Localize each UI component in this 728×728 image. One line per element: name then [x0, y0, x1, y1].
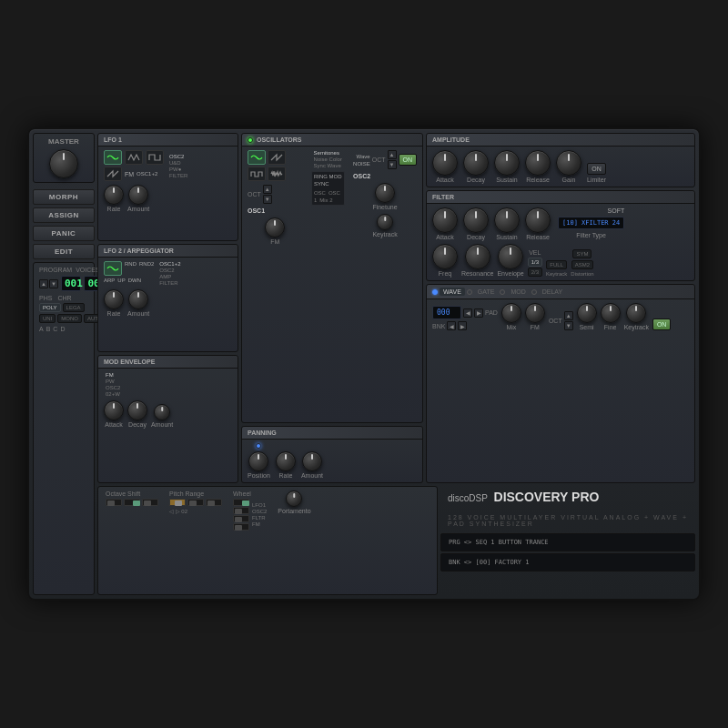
- mod-tab[interactable]: MOD: [507, 288, 529, 296]
- osc2-oct-up[interactable]: ▲: [388, 150, 397, 159]
- lfo1-rate-knob[interactable]: [104, 185, 124, 205]
- bnk-prev[interactable]: ◀: [447, 321, 456, 330]
- mod-env-amount-knob[interactable]: [154, 404, 170, 420]
- panic-button[interactable]: PANIC: [33, 226, 95, 241]
- oct-shift-sw1[interactable]: [106, 499, 122, 506]
- filter-sustain-knob[interactable]: [494, 207, 520, 233]
- lfo2-rate-knob[interactable]: [104, 289, 124, 309]
- osc2-keytrack-knob[interactable]: [377, 214, 393, 230]
- mod-env-02w[interactable]: 02+W: [104, 391, 122, 397]
- program-up-btn[interactable]: ▼: [49, 279, 58, 288]
- morph-button[interactable]: MORPH: [33, 189, 95, 205]
- vel-23-btn[interactable]: 2/3: [528, 268, 542, 277]
- filter-sym-btn[interactable]: SYM: [572, 249, 592, 258]
- osc2-finetune-knob[interactable]: [375, 183, 395, 203]
- program-down-btn[interactable]: ▲: [39, 279, 48, 288]
- wave-mix-knob[interactable]: [501, 303, 521, 323]
- filter-release-knob[interactable]: [525, 207, 551, 233]
- filter-attack-knob[interactable]: [432, 207, 458, 233]
- edit-button[interactable]: EDIT: [33, 244, 95, 259]
- wave-fm-knob[interactable]: [525, 303, 545, 323]
- osc1-pulse-btn[interactable]: [248, 167, 266, 181]
- osc2-oct-down[interactable]: ▼: [388, 160, 397, 169]
- pitch-sw1[interactable]: [169, 499, 186, 506]
- pan-rate-knob[interactable]: [276, 451, 296, 471]
- lfo2-filter-target[interactable]: FILTER: [157, 280, 182, 286]
- osc1-fm-knob[interactable]: [265, 217, 285, 238]
- mod-env-fm[interactable]: FM: [104, 372, 122, 378]
- amp-sustain-knob[interactable]: [494, 150, 520, 176]
- lfo1-sine-btn[interactable]: [104, 150, 122, 165]
- bnk-next[interactable]: ▶: [458, 321, 467, 330]
- wave-oct-down[interactable]: ▼: [564, 321, 573, 330]
- filter-res-knob[interactable]: [465, 244, 490, 269]
- amp-release-knob[interactable]: [525, 150, 551, 176]
- pan-position-knob[interactable]: [248, 451, 268, 471]
- wave-keytrack-wrap: Keytrack: [624, 303, 649, 330]
- osc1-noise-btn[interactable]: [268, 167, 286, 181]
- poly-btn[interactable]: POLY: [39, 303, 61, 312]
- osc1-oct-down[interactable]: ▼: [263, 195, 272, 204]
- wheel-sw-osc2[interactable]: [233, 507, 249, 514]
- uni-btn[interactable]: UNI: [39, 314, 56, 323]
- lfo1-filter2-target[interactable]: FILTER: [167, 173, 189, 178]
- amp-gain-knob[interactable]: [556, 150, 581, 176]
- osc1-sine-btn[interactable]: [248, 150, 266, 165]
- lfo2-osc2-target[interactable]: OSC2: [157, 268, 182, 273]
- lfo1-filter-target[interactable]: PW●: [167, 167, 189, 172]
- wave-keytrack-knob[interactable]: [626, 303, 646, 323]
- wave-oct-label: OCT: [549, 318, 562, 324]
- amp-on-btn[interactable]: ON: [587, 163, 606, 175]
- lfo2-sine-btn[interactable]: [104, 261, 122, 276]
- wheel-sw-fltr[interactable]: [233, 515, 249, 522]
- wave-fine-knob[interactable]: [601, 303, 621, 323]
- pan-amount-knob[interactable]: [302, 451, 322, 471]
- filter-asm2-btn[interactable]: ASM2: [571, 260, 593, 269]
- assign-button[interactable]: ASSIGN: [33, 207, 95, 223]
- lfo1-sq-btn[interactable]: [146, 150, 164, 165]
- pitch-sw3[interactable]: [206, 499, 222, 506]
- filter-env-knob[interactable]: [498, 244, 523, 269]
- wave-semi-knob[interactable]: [577, 303, 597, 323]
- delay-tab[interactable]: DELAY: [539, 288, 566, 296]
- oct-shift-sw3[interactable]: [142, 499, 158, 506]
- mod-env-attack-knob[interactable]: [104, 400, 124, 420]
- filter-env-wrap: Envelope: [497, 244, 523, 277]
- mod-env-osc2[interactable]: OSC2: [104, 385, 122, 390]
- mod-env-pw[interactable]: PW: [104, 379, 122, 384]
- mod-env-decay-knob[interactable]: [127, 400, 147, 420]
- lfo1-tri-btn[interactable]: [125, 150, 143, 165]
- pitch-sw2[interactable]: [187, 499, 204, 506]
- wave-prev[interactable]: ◀: [463, 308, 472, 318]
- portamento-knob[interactable]: [286, 490, 302, 507]
- wheel-sw-lfo1[interactable]: [233, 499, 249, 506]
- osc1-saw-btn[interactable]: [268, 150, 286, 165]
- vel-13-btn[interactable]: 1/3: [528, 258, 542, 267]
- lfo2-amount-knob[interactable]: [128, 289, 148, 309]
- lfo2-amp-target[interactable]: AMP: [157, 274, 182, 279]
- lfo2-osc12-target[interactable]: OSC1+2: [157, 261, 182, 267]
- amp-attack-knob[interactable]: [432, 150, 458, 176]
- wave-next[interactable]: ▶: [474, 308, 483, 318]
- wave-oct-up[interactable]: ▲: [564, 311, 573, 320]
- oct-shift-sw2[interactable]: [124, 499, 140, 506]
- lfo1-amount-knob[interactable]: [128, 185, 148, 205]
- master-volume-knob[interactable]: [49, 149, 78, 178]
- lfo1-osc1-target[interactable]: U&D: [167, 160, 189, 166]
- osc1-oct-up[interactable]: ▲: [263, 185, 272, 194]
- filter-freq-knob[interactable]: [432, 244, 458, 269]
- filter-full-btn[interactable]: FULL: [546, 260, 567, 269]
- wheel-sw-fm[interactable]: [233, 523, 249, 531]
- wave-tab[interactable]: WAVE: [440, 288, 465, 296]
- tagline-bar: 128 VOICE MULTILAYER VIRTUAL ANALOG + WA…: [440, 510, 695, 531]
- osc2-on-btn[interactable]: ON: [399, 154, 418, 166]
- amp-decay-knob[interactable]: [463, 150, 489, 176]
- mono-btn[interactable]: MONO: [57, 314, 82, 323]
- chr-label: CHR: [57, 295, 71, 301]
- gate-tab[interactable]: GATE: [474, 288, 499, 296]
- wave-on-btn[interactable]: ON: [652, 318, 672, 330]
- lega-btn[interactable]: LEGA: [63, 303, 85, 312]
- filter-decay-knob[interactable]: [463, 207, 489, 233]
- lfo1-saw-btn[interactable]: [104, 167, 122, 181]
- lfo1-osc2-target[interactable]: OSC2: [167, 154, 189, 159]
